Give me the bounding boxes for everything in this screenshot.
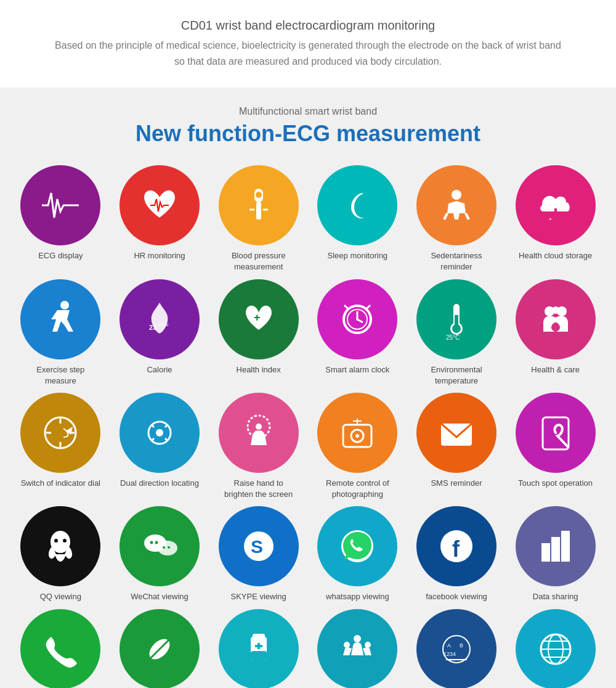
calorie-icon-circle: 23KCal — [120, 279, 200, 359]
svg-point-37 — [355, 434, 359, 438]
svg-text:1234: 1234 — [444, 651, 456, 657]
feature-item-remote-control: Remote control of photographing — [309, 393, 406, 500]
svg-text:25°C: 25°C — [446, 334, 460, 341]
svg-point-44 — [63, 539, 67, 543]
svg-text:+: + — [254, 311, 261, 324]
feature-item-conference: Conference reminder — [309, 609, 406, 689]
env-temp-label: Environmental temperature — [416, 364, 496, 387]
sms-reminder-label: SMS reminder — [431, 478, 482, 489]
header-title: CD01 wrist band electrocardiogram monito… — [49, 18, 567, 33]
health-index-label: Health index — [237, 364, 281, 375]
svg-point-67 — [344, 642, 350, 648]
blood-pressure-icon-circle — [219, 165, 299, 245]
sleep-monitoring-icon-circle — [317, 165, 397, 245]
raise-hand-label: Raise hand to brighten the screen — [219, 478, 299, 500]
health-cloud-label: Health cloud storage — [519, 250, 592, 261]
switch-metric-icon-circle: AB1234 — [416, 609, 496, 689]
smart-alarm-icon-circle — [317, 279, 397, 359]
feature-item-exercise-step: Exercise step measure — [12, 279, 109, 387]
env-temp-icon-circle: 25°C — [416, 279, 496, 359]
svg-rect-58 — [561, 531, 570, 562]
multiple-lang-icon-circle — [516, 609, 596, 689]
feature-item-qq-viewing: QQ viewing — [12, 506, 109, 602]
svg-point-46 — [158, 541, 177, 555]
svg-rect-57 — [551, 537, 560, 562]
feature-item-facebook-viewing: ffacebook viewing — [408, 506, 505, 602]
raise-hand-icon-circle — [219, 393, 299, 473]
feature-item-health-index: +Health index — [210, 279, 307, 387]
svg-point-32 — [156, 429, 163, 436]
svg-point-69 — [443, 636, 470, 663]
hr-monitoring-icon-circle — [120, 165, 200, 245]
sleep-monitoring-label: Sleep monitoring — [328, 250, 388, 261]
feature-item-raise-hand: Raise hand to brighten the screen — [210, 393, 307, 500]
svg-point-50 — [168, 546, 170, 549]
exercise-step-icon-circle — [20, 279, 100, 359]
svg-point-48 — [155, 541, 158, 544]
feature-item-calorie: 23KCalCalorie — [111, 279, 208, 387]
touch-spot-icon-circle — [516, 393, 596, 473]
blood-pressure-label: Blood pressure measurement — [219, 250, 299, 272]
section-title: New function-ECG measurement — [12, 121, 604, 147]
svg-point-25 — [552, 306, 559, 314]
feature-item-sms-reminder: SMS reminder — [408, 393, 505, 500]
sedentariness-label: Sedentariness reminder — [416, 250, 496, 272]
feature-item-switch-dial: Switch of indicator dial — [12, 393, 109, 500]
svg-line-6 — [444, 213, 447, 219]
qq-viewing-label: QQ viewing — [40, 591, 81, 602]
svg-text:A: A — [447, 642, 451, 649]
svg-rect-56 — [541, 543, 550, 562]
svg-point-9 — [60, 301, 69, 309]
qq-viewing-icon-circle — [20, 506, 100, 586]
feature-item-blood-pressure: Blood pressure measurement — [210, 165, 307, 272]
feature-item-skype-viewing: SSKYPE viewing — [210, 506, 307, 602]
header-section: CD01 wrist band electrocardiogram monito… — [0, 0, 616, 88]
svg-point-66 — [354, 635, 361, 642]
feature-item-dual-direction: Dual direction locating — [111, 393, 208, 500]
remote-control-label: Remote control of photographing — [317, 478, 397, 500]
exercise-step-label: Exercise step measure — [20, 364, 100, 387]
sedentariness-icon-circle — [416, 165, 496, 245]
feature-item-health-cloud: +Health cloud storage — [507, 165, 604, 272]
feature-item-switch-metric: AB1234Switch of metric and British syste… — [408, 609, 505, 689]
svg-text:S: S — [251, 536, 263, 557]
touch-spot-label: Touch spot operation — [518, 478, 593, 489]
svg-text:KCal: KCal — [159, 322, 169, 327]
svg-point-34 — [256, 424, 262, 430]
hr-monitoring-label: HR monitoring — [134, 250, 185, 261]
feature-item-medicine-taking: Medicine taking reminder — [111, 609, 208, 689]
health-care-label: Health & care — [531, 364, 580, 375]
features-grid: ECG displayHR monitoringBlood pressure m… — [12, 165, 604, 688]
feature-item-incoming-call: Incoming call reminder — [12, 609, 109, 689]
svg-point-4 — [256, 192, 262, 198]
whatsapp-viewing-label: whatsapp viewing — [326, 591, 389, 602]
dual-direction-icon-circle — [120, 393, 200, 473]
svg-point-47 — [150, 541, 153, 544]
feature-item-hr-monitoring: HR monitoring — [111, 165, 208, 272]
svg-line-7 — [466, 213, 469, 219]
feature-item-water-drinking: Water drinking reminder — [210, 609, 307, 689]
feature-item-data-sharing: Data sharing — [507, 506, 604, 602]
feature-item-health-care: Health & care — [507, 279, 604, 387]
svg-point-49 — [163, 546, 165, 549]
svg-point-21 — [452, 324, 461, 333]
medicine-taking-icon-circle — [120, 609, 200, 689]
skype-viewing-label: SKYPE viewing — [231, 591, 286, 602]
feature-item-multiple-lang: Multiple languages — [507, 609, 604, 689]
health-care-icon-circle — [516, 279, 596, 359]
ecg-display-label: ECG display — [38, 250, 83, 261]
feature-item-whatsapp-viewing: whatsapp viewing — [309, 506, 406, 602]
svg-text:f: f — [452, 536, 460, 562]
water-drinking-icon-circle — [219, 609, 299, 689]
svg-point-43 — [54, 539, 58, 543]
calorie-label: Calorie — [147, 364, 172, 375]
svg-point-17 — [356, 318, 359, 321]
switch-dial-label: Switch of indicator dial — [21, 478, 100, 489]
feature-item-wechat-viewing: WeChat viewing — [111, 506, 208, 602]
svg-point-68 — [365, 642, 371, 648]
feature-item-smart-alarm: Smart alarm clock — [309, 279, 406, 387]
svg-point-5 — [452, 190, 461, 200]
wechat-viewing-icon-circle — [120, 506, 200, 586]
feature-item-ecg-display: ECG display — [12, 165, 109, 272]
skype-viewing-icon-circle: S — [219, 506, 299, 586]
